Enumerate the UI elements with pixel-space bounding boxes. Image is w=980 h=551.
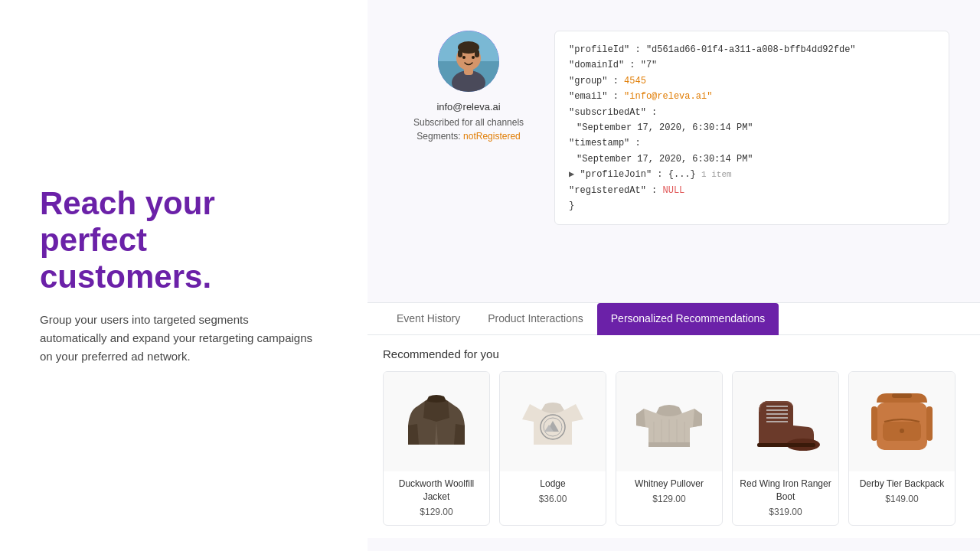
svg-rect-29 (926, 406, 933, 441)
json-profileJoin-val: {...} (668, 169, 696, 180)
product-image-lodge (500, 372, 606, 471)
profile-segments: Segments: notRegistered (416, 131, 520, 142)
json-timestamp-val: "September 17, 2020, 6:30:14 PM" (577, 154, 753, 165)
hero-subtitle: Group your users into targeted segments … (40, 311, 315, 366)
json-email-key: "email" : (569, 91, 619, 102)
svg-rect-24 (757, 443, 815, 447)
tabs-section: Event History Product Interactions Perso… (368, 302, 980, 538)
json-profileId-key: "profileId" : (569, 44, 641, 55)
json-timestamp-key: "timestamp" : (569, 138, 641, 148)
product-card-duckworth[interactable]: Duckworth Woolfill Jacket $129.00 (383, 371, 490, 526)
json-domainId-key: "domainId" : (569, 60, 635, 70)
product-price-whitney: $129.00 (622, 494, 716, 504)
hero-title: Reach your perfect customers. (40, 185, 322, 296)
json-profileJoin-count: 1 item (701, 170, 732, 179)
svg-point-9 (472, 56, 475, 59)
json-profileJoin-key: "profileJoin" : (580, 169, 663, 180)
product-image-duckworth (384, 372, 489, 471)
product-name-whitney: Whitney Pullover (622, 478, 716, 491)
product-price-lodge: $36.00 (506, 494, 599, 504)
json-close-brace: } (569, 198, 935, 214)
products-section: Recommended for you (368, 335, 980, 538)
profile-section: info@releva.ai Subscribed for all channe… (368, 0, 980, 240)
json-registeredAt-key: "registeredAt" : (569, 185, 657, 196)
product-card-derby[interactable]: Derby Tier Backpack $149.00 (848, 371, 956, 526)
svg-point-30 (900, 429, 904, 433)
svg-rect-28 (871, 406, 877, 441)
product-card-whitney[interactable]: Whitney Pullover $129.00 (616, 371, 723, 526)
product-info-whitney: Whitney Pullover $129.00 (616, 471, 722, 512)
json-profileId-val: "d561ad66-01f4-a311-a008-bffb4dd92fde" (646, 44, 856, 55)
recommended-label: Recommended for you (383, 347, 965, 360)
left-panel: Reach your perfect customers. Group your… (0, 0, 368, 551)
svg-point-8 (462, 56, 466, 59)
product-info-derby: Derby Tier Backpack $149.00 (849, 471, 955, 512)
profile-email: info@releva.ai (436, 101, 500, 112)
product-price-derby: $149.00 (855, 494, 949, 504)
product-card-redwing[interactable]: Red Wing Iron Ranger Boot $319.00 (732, 371, 839, 526)
tabs-bar: Event History Product Interactions Perso… (368, 303, 980, 335)
svg-rect-7 (475, 50, 479, 57)
product-info-lodge: Lodge $36.00 (500, 471, 606, 512)
product-image-whitney (616, 372, 722, 471)
json-expand-icon[interactable]: ▶ (569, 169, 574, 180)
json-subscribedAt-val: "September 17, 2020, 6:30:14 PM" (577, 122, 753, 133)
svg-rect-12 (648, 442, 690, 447)
product-name-derby: Derby Tier Backpack (855, 478, 949, 491)
product-name-duckworth: Duckworth Woolfill Jacket (390, 478, 483, 504)
product-info-duckworth: Duckworth Woolfill Jacket $129.00 (384, 471, 489, 525)
product-name-redwing: Red Wing Iron Ranger Boot (739, 478, 832, 504)
svg-rect-26 (892, 393, 912, 398)
svg-rect-6 (458, 50, 462, 57)
profile-card: info@releva.ai Subscribed for all channe… (413, 31, 524, 142)
json-group-key: "group" : (569, 76, 619, 86)
product-card-lodge[interactable]: Lodge $36.00 (499, 371, 606, 526)
tab-event-history[interactable]: Event History (383, 303, 474, 335)
json-email-val: "info@releva.ai" (624, 91, 712, 102)
json-panel: "profileId" : "d561ad66-01f4-a311-a008-b… (554, 31, 949, 225)
profile-subscribed: Subscribed for all channels (413, 117, 524, 128)
tab-personalized-recommendations[interactable]: Personalized Recommendations (597, 303, 779, 335)
product-image-derby (849, 372, 955, 471)
json-registeredAt-val: NULL (663, 185, 685, 196)
tab-product-interactions[interactable]: Product Interactions (474, 303, 597, 335)
product-name-lodge: Lodge (506, 478, 599, 491)
product-info-redwing: Red Wing Iron Ranger Boot $319.00 (733, 471, 838, 525)
avatar (438, 31, 499, 92)
product-price-redwing: $319.00 (739, 507, 832, 517)
json-group-val: 4545 (624, 76, 646, 86)
product-image-redwing (733, 372, 838, 471)
json-subscribedAt-key: "subscribedAt" : (569, 107, 657, 118)
product-price-duckworth: $129.00 (390, 507, 483, 517)
json-domainId-val: "7" (641, 60, 658, 70)
products-grid: Duckworth Woolfill Jacket $129.00 (383, 371, 965, 526)
